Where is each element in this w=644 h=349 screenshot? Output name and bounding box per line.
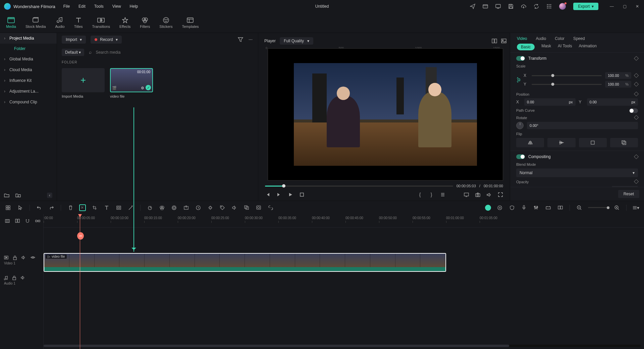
track-header-video[interactable]: Video 1 bbox=[0, 254, 43, 274]
display-icon[interactable] bbox=[464, 192, 469, 197]
magic-icon[interactable] bbox=[127, 204, 134, 211]
nav-filters[interactable]: Filters bbox=[140, 17, 150, 29]
undo-icon[interactable] bbox=[36, 204, 43, 211]
zoom-in-icon[interactable] bbox=[613, 204, 620, 211]
speed-icon[interactable] bbox=[147, 204, 153, 211]
transform-toggle[interactable] bbox=[516, 56, 525, 61]
rotate-input[interactable]: 0.00° bbox=[527, 122, 638, 129]
cursor-icon[interactable] bbox=[17, 204, 23, 211]
gear-icon[interactable]: ⚙ bbox=[141, 86, 144, 90]
scale-y-slider[interactable] bbox=[532, 84, 602, 85]
export-button[interactable]: Export▾ bbox=[573, 3, 598, 10]
menu-tools[interactable]: Tools bbox=[94, 4, 104, 9]
save-icon[interactable] bbox=[508, 4, 514, 9]
clock-icon[interactable] bbox=[195, 204, 202, 211]
tab-speed[interactable]: Speed bbox=[573, 36, 585, 41]
keyframe-icon[interactable] bbox=[634, 82, 639, 87]
marker-range-icon[interactable] bbox=[545, 204, 551, 211]
seek-bar[interactable] bbox=[265, 186, 453, 187]
track-header-audio[interactable]: Audio 1 bbox=[0, 274, 43, 294]
pos-y-input[interactable]: 0.00px bbox=[587, 98, 638, 106]
frame-icon[interactable] bbox=[115, 204, 122, 211]
tag-icon[interactable] bbox=[219, 204, 226, 211]
play-icon[interactable] bbox=[288, 192, 293, 197]
scissors-icon[interactable] bbox=[79, 204, 86, 211]
cloud-icon[interactable] bbox=[521, 4, 526, 9]
import-media-card[interactable]: + Import Media bbox=[62, 68, 105, 98]
search-input[interactable] bbox=[88, 49, 146, 56]
open-folder-icon[interactable] bbox=[4, 193, 9, 198]
nav-titles[interactable]: Titles bbox=[74, 17, 83, 29]
menu-help[interactable]: Help bbox=[130, 4, 138, 9]
record-button[interactable]: Record▾ bbox=[91, 36, 122, 44]
shield-icon[interactable] bbox=[508, 204, 515, 211]
reset-button[interactable]: Reset bbox=[618, 190, 639, 198]
subtab-mask[interactable]: Mask bbox=[541, 44, 551, 50]
sidebar-cloud-media[interactable]: Cloud Media bbox=[0, 64, 57, 75]
send-icon[interactable] bbox=[470, 4, 475, 9]
redo-icon[interactable] bbox=[48, 204, 55, 211]
tl-snap-icon[interactable] bbox=[5, 218, 10, 223]
lock-aspect-icon[interactable] bbox=[516, 77, 522, 83]
menu-file[interactable]: File bbox=[63, 4, 70, 9]
new-folder-icon[interactable] bbox=[15, 193, 21, 198]
stop-icon[interactable] bbox=[299, 192, 305, 197]
apps-icon[interactable] bbox=[546, 4, 552, 9]
quality-select[interactable]: Full Quality▾ bbox=[280, 37, 313, 45]
track-motion-icon[interactable] bbox=[207, 204, 214, 211]
keyframe-icon[interactable] bbox=[634, 92, 639, 96]
prev-frame-icon[interactable] bbox=[265, 192, 270, 197]
pos-x-input[interactable]: 0.00px bbox=[524, 98, 576, 106]
maximize-icon[interactable]: ▢ bbox=[622, 4, 627, 9]
brace-open-icon[interactable]: { bbox=[417, 192, 423, 197]
sidebar-influence-kit[interactable]: Influence Kit bbox=[0, 75, 57, 86]
text-icon[interactable] bbox=[103, 204, 110, 211]
user-avatar[interactable] bbox=[559, 3, 566, 10]
fullscreen-icon[interactable] bbox=[498, 192, 503, 197]
nav-stock[interactable]: Stock Media bbox=[25, 17, 46, 29]
tl-magnet-icon[interactable] bbox=[25, 218, 30, 223]
blend-mode-select[interactable]: Normal▾ bbox=[516, 168, 638, 177]
keyframe-icon[interactable] bbox=[634, 179, 639, 184]
group-icon[interactable] bbox=[243, 204, 250, 211]
compositing-toggle[interactable] bbox=[516, 154, 525, 159]
close-icon[interactable]: ✕ bbox=[635, 4, 640, 9]
tab-video[interactable]: Video bbox=[517, 36, 527, 41]
timeline-scrollbar[interactable] bbox=[44, 345, 641, 347]
sidebar-folder[interactable]: Folder bbox=[0, 44, 57, 54]
delete-icon[interactable] bbox=[67, 204, 74, 211]
subtab-basic[interactable]: Basic bbox=[517, 44, 535, 50]
collapse-sidebar-icon[interactable]: ‹ bbox=[47, 193, 52, 198]
link-media-icon[interactable] bbox=[557, 204, 564, 211]
flip-h-button[interactable] bbox=[516, 138, 544, 147]
sort-select[interactable]: Default ▾ bbox=[62, 49, 84, 56]
nav-stickers[interactable]: Stickers bbox=[159, 17, 172, 29]
mic-icon[interactable] bbox=[521, 204, 527, 211]
unlink-icon[interactable] bbox=[267, 204, 274, 211]
video-preview[interactable] bbox=[268, 48, 503, 181]
crop-icon[interactable] bbox=[91, 204, 98, 211]
volume-icon[interactable] bbox=[486, 192, 492, 197]
compare-icon[interactable] bbox=[492, 38, 497, 44]
eye-icon[interactable] bbox=[31, 256, 35, 260]
sidebar-global-media[interactable]: Global Media bbox=[0, 54, 57, 64]
tl-ripple-icon[interactable] bbox=[35, 218, 40, 223]
path-curve-toggle[interactable] bbox=[629, 108, 638, 113]
lock-icon[interactable] bbox=[12, 276, 16, 280]
mixer-icon[interactable] bbox=[533, 204, 539, 211]
mute-icon[interactable] bbox=[21, 256, 26, 260]
media-clip-card[interactable]: 00:01:00 🎬 ⚙ ✓ video file bbox=[110, 68, 153, 98]
next-frame-icon[interactable] bbox=[276, 192, 282, 197]
scale-x-value[interactable]: 100.00% bbox=[605, 72, 631, 79]
zoom-slider[interactable] bbox=[588, 207, 608, 208]
audio-tool-icon[interactable] bbox=[231, 204, 238, 211]
list-icon[interactable] bbox=[440, 192, 445, 197]
tab-audio[interactable]: Audio bbox=[536, 36, 546, 41]
zoom-out-icon[interactable] bbox=[576, 204, 583, 211]
view-list-icon[interactable]: ▾ bbox=[633, 204, 639, 211]
keyframe-icon[interactable] bbox=[634, 115, 639, 120]
grid-icon[interactable] bbox=[5, 204, 11, 211]
timeline-body[interactable]: :00:0000:00:05:0000:00:10:0000:00:15:000… bbox=[44, 214, 644, 349]
refresh-icon[interactable] bbox=[534, 4, 539, 9]
minimize-icon[interactable]: — bbox=[609, 4, 614, 9]
